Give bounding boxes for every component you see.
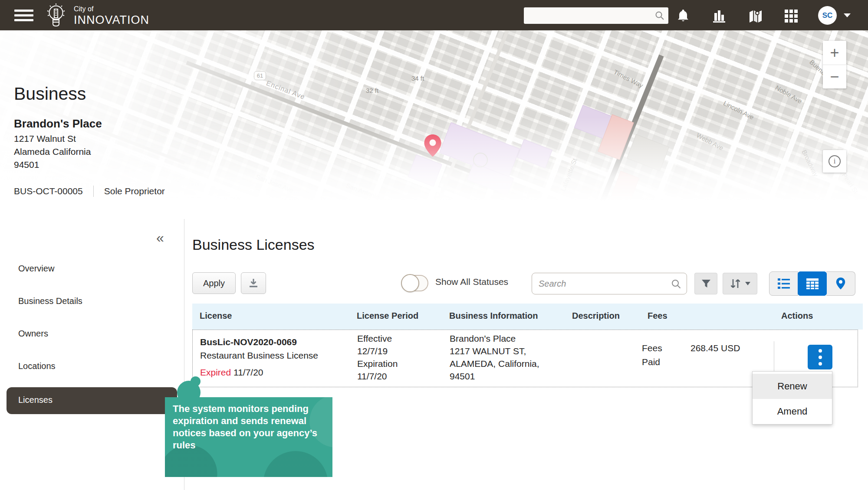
toggle-knob xyxy=(401,274,419,292)
search-icon xyxy=(655,11,664,20)
map-zoom-controls: + − xyxy=(823,41,846,88)
row-address-line3: 94501 xyxy=(450,371,475,382)
sidebar-item-licenses[interactable]: Licenses xyxy=(7,387,177,414)
business-meta: BUS-OCT-00005 Sole Proprietor xyxy=(14,186,165,197)
status-date: 11/7/20 xyxy=(233,367,263,377)
sort-arrows-icon xyxy=(729,278,742,289)
brand-city-of: City of xyxy=(74,5,149,13)
filter-button[interactable] xyxy=(694,273,717,294)
analytics-bar-chart-icon[interactable] xyxy=(711,8,727,24)
global-search-input[interactable] xyxy=(524,7,668,24)
user-menu-caret-icon[interactable] xyxy=(844,13,851,17)
fees-status: Paid xyxy=(642,357,660,367)
zoom-in-button[interactable]: + xyxy=(823,41,846,65)
city-logo-lightbulb-icon[interactable] xyxy=(43,2,69,29)
hamburger-menu-icon[interactable] xyxy=(14,10,33,21)
user-avatar[interactable]: SC xyxy=(818,6,837,25)
sidebar-collapse-button[interactable]: « xyxy=(156,230,164,246)
grid-view-icon xyxy=(806,278,819,290)
meta-divider xyxy=(93,186,94,197)
brand-innovation: INNOVATION xyxy=(74,13,149,27)
app-window: Clinton Ave Encinal Ave 61 32 ft 34 ft S… xyxy=(0,0,868,490)
sidebar-item-locations[interactable]: Locations xyxy=(18,361,56,371)
status-badge: Expired xyxy=(200,367,231,377)
menu-item-renew[interactable]: Renew xyxy=(753,374,832,399)
highway-shield: 61 xyxy=(254,71,266,80)
row-address-line1: 1217 WALNUT ST, xyxy=(450,346,526,356)
table-header: License License Period Business Informat… xyxy=(192,304,863,330)
sidebar-item-owners[interactable]: Owners xyxy=(18,329,48,339)
download-icon xyxy=(248,278,259,289)
street-label: 34 ft xyxy=(411,75,424,82)
map-view-button[interactable] xyxy=(826,271,855,296)
filter-funnel-icon xyxy=(701,278,711,289)
section-title: Business Licenses xyxy=(192,236,315,253)
business-name: Brandon's Place xyxy=(14,117,102,131)
row-actions-kebab-button[interactable] xyxy=(808,345,832,369)
business-record-id: BUS-OCT-00005 xyxy=(14,186,83,196)
sort-button[interactable] xyxy=(723,273,757,294)
column-header-business-information: Business Information xyxy=(449,311,538,321)
effective-date: 12/7/19 xyxy=(357,346,388,356)
street-label: 32 ft xyxy=(366,87,378,94)
column-header-license-period: License Period xyxy=(357,311,418,321)
page-title: Business xyxy=(14,84,86,104)
map-pin-view-icon xyxy=(835,277,846,290)
column-header-actions: Actions xyxy=(781,311,813,321)
menu-item-amend[interactable]: Amend xyxy=(753,399,832,424)
show-all-statuses-label: Show All Statuses xyxy=(435,277,508,287)
column-header-fees: Fees xyxy=(648,311,667,321)
business-address-line3: 94501 xyxy=(14,160,39,170)
list-view-button[interactable] xyxy=(769,271,798,296)
sidebar-item-overview[interactable]: Overview xyxy=(18,264,54,274)
fees-amount: 268.45 USD xyxy=(690,343,740,353)
tour-tooltip: The system monitors pending expiration a… xyxy=(165,397,332,477)
license-status-line: Expired 11/7/20 xyxy=(200,367,263,378)
licenses-search-input[interactable] xyxy=(532,273,687,294)
apply-button[interactable]: Apply xyxy=(192,272,236,294)
expiration-label: Expiration xyxy=(357,359,398,369)
actions-divider xyxy=(774,341,774,372)
license-type: Restaurant Business License xyxy=(200,350,318,361)
business-address-line1: 1217 Walnut St xyxy=(14,134,76,144)
sidebar-item-business-details[interactable]: Business Details xyxy=(18,296,82,306)
expiration-date: 11/7/20 xyxy=(357,371,387,382)
column-header-description: Description xyxy=(572,311,620,321)
business-type: Sole Proprietor xyxy=(104,186,165,196)
download-button[interactable] xyxy=(241,272,266,294)
fees-label: Fees xyxy=(642,343,662,353)
view-switcher xyxy=(769,271,855,296)
list-view-icon xyxy=(777,278,791,290)
map-nav-icon[interactable] xyxy=(747,8,764,24)
sort-caret-icon xyxy=(745,281,751,286)
info-icon: i xyxy=(829,155,841,167)
map-canvas[interactable]: Clinton Ave Encinal Ave 61 32 ft 34 ft S… xyxy=(0,30,868,203)
notifications-bell-icon[interactable] xyxy=(675,8,691,23)
avatar-initials: SC xyxy=(822,11,833,20)
map-circle-feature xyxy=(473,153,488,167)
license-number: BusLic-NOV2020-0069 xyxy=(200,337,297,347)
search-icon xyxy=(671,279,681,289)
actions-dropdown-menu: Renew Amend xyxy=(752,371,832,425)
business-address-line2: Alameda California xyxy=(14,147,91,157)
show-all-statuses-toggle[interactable] xyxy=(401,275,428,291)
row-business-name: Brandon's Place xyxy=(450,333,516,344)
top-navigation-bar: City of INNOVATION SC xyxy=(0,0,868,30)
brand-text: City of INNOVATION xyxy=(74,5,149,27)
row-address-line2: ALAMEDA, California, xyxy=(450,359,539,369)
map-info-button[interactable]: i xyxy=(823,150,846,173)
sidebar-item-licenses-label: Licenses xyxy=(18,395,53,405)
effective-label: Effective xyxy=(357,333,392,344)
zoom-out-button[interactable]: − xyxy=(823,65,846,88)
app-grid-icon[interactable] xyxy=(784,9,799,23)
map-location-pin[interactable] xyxy=(423,134,442,158)
grid-view-button[interactable] xyxy=(798,271,827,296)
global-search-box xyxy=(524,7,668,24)
licenses-search-box xyxy=(532,273,687,294)
column-header-license: License xyxy=(200,311,232,321)
